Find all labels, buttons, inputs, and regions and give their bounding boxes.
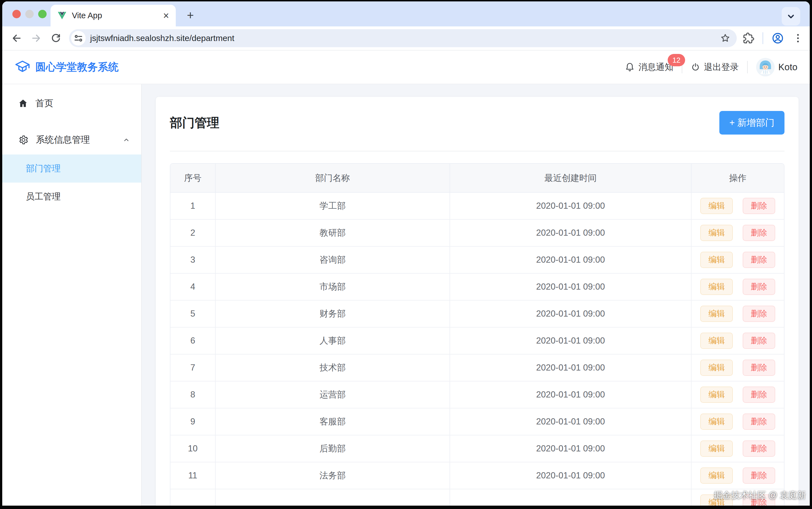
chevron-up-icon [122,136,131,144]
delete-button[interactable]: 删除 [743,279,775,295]
cell-time: 2020-01-01 09:00 [450,435,691,462]
cell-time: 2020-01-01 09:00 [450,381,691,408]
table-row: 9 客服部 2020-01-01 09:00 编辑 删除 [170,408,784,435]
table-row: 6 人事部 2020-01-01 09:00 编辑 删除 [170,327,784,354]
url-text[interactable]: jsjtswfniadh.sealoshzh.site/department [90,33,720,43]
edit-button[interactable]: 编辑 [700,279,733,295]
back-button[interactable] [8,30,25,46]
header-divider [747,61,748,73]
column-header-name: 部门名称 [215,164,450,193]
app-body: 首页 系统信息管理 部门管理 员工管理 [2,84,810,506]
logout-button[interactable]: 退出登录 [691,61,739,73]
cell-time: 2020-01-01 09:00 [450,327,691,354]
star-icon [720,33,731,43]
extensions-puzzle-icon [743,33,754,44]
profile-icon [772,32,784,44]
cell-time: 2020-01-01 09:00 [450,246,691,273]
tab-close-icon[interactable]: × [163,11,169,21]
sidebar-item-departments[interactable]: 部门管理 [2,155,141,182]
cell-name: 市场部 [215,273,450,300]
cell-no: 11 [170,462,215,489]
delete-button[interactable]: 删除 [743,468,775,484]
edit-button[interactable]: 编辑 [700,413,733,430]
address-bar[interactable]: jsjtswfniadh.sealoshzh.site/department [69,29,737,47]
cell-actions: 编辑 删除 [691,327,784,354]
reload-button[interactable] [48,30,64,46]
delete-button[interactable]: 删除 [743,252,775,268]
department-card: 部门管理 + 新增部门 序号 部门名称 最近创建时间 操作 [156,97,799,506]
site-info-button[interactable] [71,31,85,45]
new-tab-button[interactable]: + [184,9,197,21]
department-table: 序号 部门名称 最近创建时间 操作 1 学工部 2020-01-01 09:00… [170,163,784,506]
header-rule [170,151,784,151]
header-controls: 消息通知 12 退出登录 [625,58,798,76]
avatar-girl-icon [756,58,775,76]
delete-button[interactable]: 删除 [743,333,775,349]
notifications-label: 消息通知 [638,61,673,73]
cell-time: 2020-01-01 09:00 [450,462,691,489]
delete-button[interactable]: 删除 [743,386,775,403]
delete-button[interactable]: 删除 [743,306,775,322]
cell-name: 运营部 [215,381,450,408]
extensions-button[interactable] [743,33,754,44]
notifications-button[interactable]: 消息通知 12 [625,61,673,73]
sidebar-group-system[interactable]: 系统信息管理 [2,125,141,155]
username-label: Koto [778,62,798,72]
edit-button[interactable]: 编辑 [700,225,733,241]
delete-button[interactable]: 删除 [743,198,775,214]
cell-no: 7 [170,354,215,381]
edit-button[interactable]: 编辑 [700,252,733,268]
app-brand: 圆心学堂教务系统 [14,59,118,75]
edit-button[interactable]: 编辑 [700,306,733,322]
cell-actions: 编辑 删除 [691,354,784,381]
profile-button[interactable] [772,32,784,44]
zoom-window-button[interactable] [38,10,47,18]
forward-button[interactable] [28,30,44,46]
vue-favicon-icon [57,11,67,21]
cell-actions: 编辑 删除 [691,462,784,489]
edit-button[interactable]: 编辑 [700,386,733,403]
user-menu[interactable]: Koto [756,58,798,76]
card-header: 部门管理 + 新增部门 [170,97,784,135]
traffic-lights [12,10,47,18]
sidebar-item-label: 员工管理 [26,191,61,203]
logout-label: 退出登录 [704,61,739,73]
cell-name: 教研部 [215,219,450,246]
watermark: 掘金技术社区 @ 袁庭新 [714,489,806,501]
sidebar-group-label: 系统信息管理 [36,134,115,146]
cell-name [215,489,450,506]
edit-button[interactable]: 编辑 [700,333,733,349]
sidebar-item-label: 部门管理 [26,163,61,174]
gear-icon [18,135,29,145]
edit-button[interactable]: 编辑 [700,198,733,214]
browser-menu-button[interactable] [792,33,804,44]
cell-actions: 编辑 删除 [691,246,784,273]
cell-time: 2020-01-01 09:00 [450,354,691,381]
table-row: 4 市场部 2020-01-01 09:00 编辑 删除 [170,273,784,300]
close-window-button[interactable] [12,10,21,18]
delete-button[interactable]: 删除 [743,225,775,241]
reload-icon [50,33,62,44]
forward-arrow-icon [31,33,42,44]
edit-button[interactable]: 编辑 [700,468,733,484]
browser-tab[interactable]: Vite App × [50,5,176,26]
edit-button[interactable]: 编辑 [700,360,733,376]
notifications-badge: 12 [668,54,685,66]
delete-button[interactable]: 删除 [743,440,775,457]
tab-search-button[interactable] [782,7,800,26]
cell-no: 4 [170,273,215,300]
add-department-button[interactable]: + 新增部门 [719,111,784,135]
delete-button[interactable]: 删除 [743,360,775,376]
table-row: 5 财务部 2020-01-01 09:00 编辑 删除 [170,300,784,327]
cell-name: 客服部 [215,408,450,435]
cell-name: 财务部 [215,300,450,327]
sidebar-item-staff[interactable]: 员工管理 [2,182,141,211]
bookmark-star-button[interactable] [720,33,731,43]
edit-button[interactable]: 编辑 [700,440,733,457]
toolbar-right [743,32,804,44]
cell-time: 2020-01-01 09:00 [450,193,691,219]
sidebar-item-home[interactable]: 首页 [2,89,141,118]
cell-time: 2020-01-01 09:00 [450,219,691,246]
delete-button[interactable]: 删除 [743,413,775,430]
minimize-window-button[interactable] [25,10,34,18]
